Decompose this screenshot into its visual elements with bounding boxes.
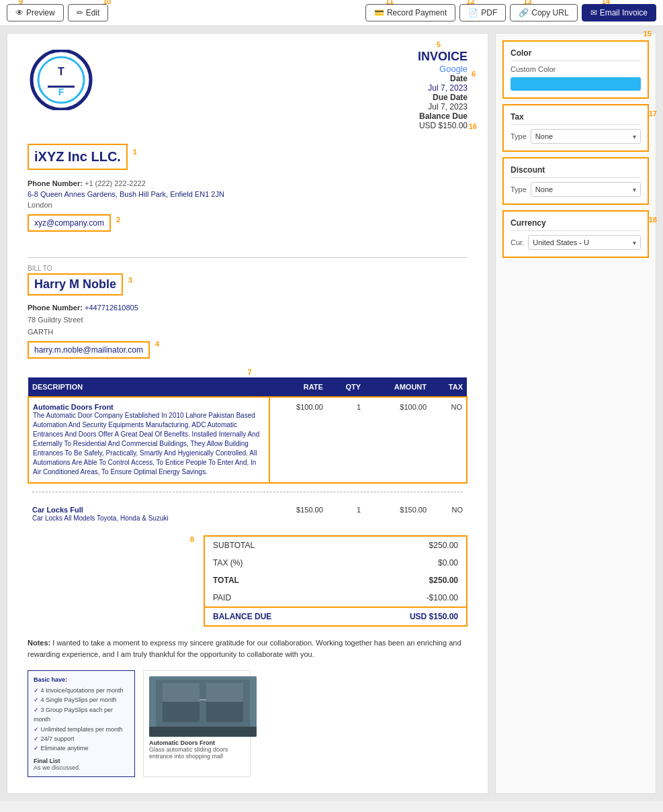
discount-section-label: Discount <box>511 165 641 178</box>
client-name-box: Harry M Noble <box>28 273 123 296</box>
eye-icon: 👁 <box>15 8 24 17</box>
attach-list-subtitle: As we discussed. <box>34 764 129 771</box>
company-address: 6-8 Queen Annes Gardens, Bush Hill Park,… <box>28 190 468 198</box>
edit-button[interactable]: ✏ Edit <box>68 4 109 21</box>
client-email-box[interactable]: harry.m.noble@mailinator.com <box>28 341 150 359</box>
anno-7: 7 <box>248 368 252 376</box>
company-logo: T F <box>28 50 95 110</box>
svg-rect-9 <box>163 683 200 702</box>
company-address-text: 6-8 Queen Annes Gardens, Bush Hill Park,… <box>28 190 224 198</box>
subtotal-value: $250.00 <box>429 541 458 550</box>
company-phone-label: Phone Number: <box>28 179 83 187</box>
currency-cur-select[interactable]: United States - U ▾ <box>528 235 641 250</box>
top-bar-left: 9 👁 Preview 10 ✏ Edit <box>7 4 108 21</box>
discount-type-value: None <box>535 185 553 193</box>
col-qty: QTY <box>327 377 365 397</box>
attach-image-title: Automatic Doors Front <box>149 739 245 746</box>
anno-13: 13 <box>523 0 531 5</box>
right-panel: 15 Color Custom Color 17 Tax Type None ▾ <box>495 33 656 794</box>
pdf-label: PDF <box>481 8 497 17</box>
item-2-tax: NO <box>431 500 467 529</box>
anno-17: 17 <box>649 109 657 118</box>
balance-due-label: Balance Due <box>418 111 468 121</box>
tax-row: TAX (%) $0.00 <box>205 554 466 572</box>
totals-section: 8 SUBTOTAL $250.00 TAX (%) $0.00 TOTAL $… <box>204 535 468 627</box>
company-city: London <box>28 201 468 209</box>
item-1-qty: 1 <box>327 397 365 483</box>
chevron-down-icon: ▾ <box>633 133 636 140</box>
color-swatch[interactable] <box>511 77 641 91</box>
edit-icon: ✏ <box>77 8 83 17</box>
discount-type-label: Type <box>511 185 527 193</box>
currency-cur-row: Cur. United States - U ▾ <box>511 235 641 250</box>
company-details: Phone Number: +1 (222) 222-2222 <box>28 179 468 187</box>
client-phone: +447712610805 <box>85 304 138 312</box>
preview-button[interactable]: 👁 Preview <box>7 4 64 21</box>
svg-point-0 <box>32 50 91 109</box>
attach-list-header: Basic have: <box>34 676 129 683</box>
client-address: 78 Guildry Street <box>28 316 468 324</box>
anno-5: 5 <box>437 40 441 48</box>
email-icon: ✉ <box>590 8 597 17</box>
anno-8: 8 <box>190 535 194 543</box>
company-name: iXYZ Inc LLC. <box>34 149 121 164</box>
list-item: 3 Group PaySlips each per month <box>34 705 129 725</box>
tax-type-value: None <box>535 132 553 140</box>
company-phone: +1 (222) 222-2222 <box>85 179 146 187</box>
anno-11: 11 <box>386 0 394 5</box>
record-payment-button[interactable]: 💳 Record Payment <box>365 4 455 21</box>
pdf-button[interactable]: 📄 PDF <box>459 4 506 21</box>
tax-type-select[interactable]: None ▾ <box>531 129 641 144</box>
item-1-name: Automatic Doors Front <box>33 403 265 411</box>
total-row: TOTAL $250.00 <box>205 572 466 589</box>
anno-2: 2 <box>116 216 120 224</box>
items-section: 7 DESCRIPTION RATE QTY AMOUNT TAX <box>28 377 468 529</box>
client-city: GARTH <box>28 328 468 336</box>
invoice-meta: 5 INVOICE Google 6 Date Jul 7, 2023 Due … <box>418 50 468 130</box>
balance-due-value: USD $150.00 <box>418 121 468 130</box>
copy-url-label: Copy URL <box>531 8 568 17</box>
due-date-value: Jul 7, 2023 <box>418 102 468 111</box>
item-1-desc: The Automatic Door Company Established I… <box>33 411 265 477</box>
discount-section: Discount Type None ▾ <box>502 157 649 205</box>
attach-list-title: Final List <box>34 758 129 764</box>
date-value: Jul 7, 2023 <box>418 83 468 93</box>
col-rate: RATE <box>269 377 327 397</box>
svg-rect-10 <box>206 683 243 702</box>
totals-box: SUBTOTAL $250.00 TAX (%) $0.00 TOTAL $25… <box>204 535 468 627</box>
invoice-header: T F 5 INVOICE Google 6 Date Jul 7, 2023 … <box>28 50 468 130</box>
currency-section: 18 Currency Cur. United States - U ▾ <box>502 210 649 258</box>
client-phone-label: Phone Number: <box>28 304 83 312</box>
item-2-name: Car Locks Full <box>32 506 265 514</box>
anno-16: 16 <box>469 122 477 130</box>
total-label: TOTAL <box>213 576 239 585</box>
email-invoice-button[interactable]: ✉ Email Invoice <box>582 4 656 21</box>
copy-url-button[interactable]: 🔗 Copy URL <box>510 4 577 21</box>
table-row: Automatic Doors Front The Automatic Door… <box>28 397 467 483</box>
balance-label: BALANCE DUE <box>213 612 271 621</box>
balance-row: BALANCE DUE USD $150.00 <box>205 606 466 625</box>
attach-img-placeholder <box>149 676 257 737</box>
anno-12: 12 <box>466 0 474 5</box>
tax-value: $0.00 <box>438 558 458 568</box>
subtotal-row: SUBTOTAL $250.00 <box>205 537 466 554</box>
divider-1 <box>28 257 468 258</box>
company-email: xyz@company.com <box>34 218 104 228</box>
discount-type-select[interactable]: None ▾ <box>531 182 641 197</box>
company-email-box[interactable]: xyz@company.com <box>28 214 111 232</box>
total-value: $250.00 <box>429 576 458 585</box>
anno-14: 14 <box>602 0 610 5</box>
balance-value: USD $150.00 <box>410 612 458 621</box>
list-item: 24/7 support <box>34 734 129 743</box>
anno-1: 1 <box>133 148 137 156</box>
link-icon: 🔗 <box>519 8 529 17</box>
list-item: Unlimited templates per month <box>34 725 129 734</box>
item-1-rate: $100.00 <box>269 397 327 483</box>
currency-section-label: Currency <box>511 218 641 231</box>
tax-section-label: Tax <box>511 112 641 125</box>
col-amount: AMOUNT <box>365 377 431 397</box>
row-divider <box>32 492 463 492</box>
table-row: Car Locks Full Car Locks All Models Toyo… <box>28 500 467 529</box>
item-2-qty: 1 <box>327 500 365 529</box>
bill-to-label: BILL TO <box>28 265 468 272</box>
